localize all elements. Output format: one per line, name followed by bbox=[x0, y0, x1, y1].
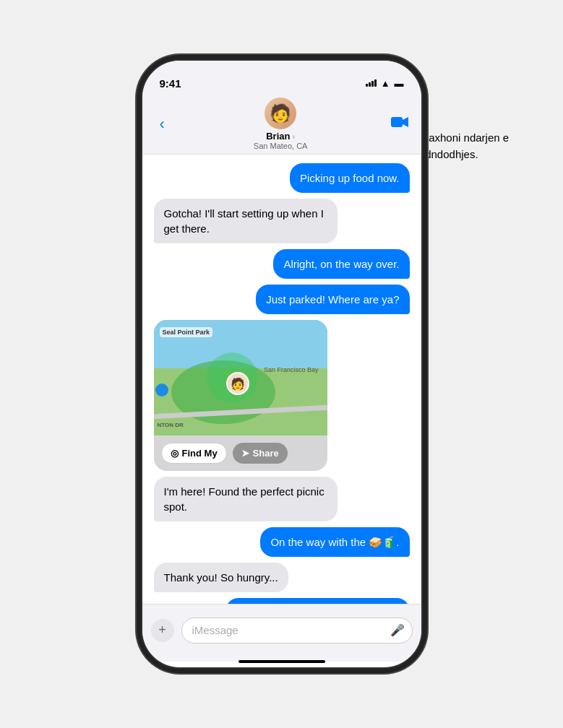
message-bubble: Thank you! So hungry... bbox=[154, 563, 288, 592]
add-button[interactable]: + bbox=[151, 619, 174, 642]
map-bubble[interactable]: 🧑 Seal Point Park San Francisco Bay NTON… bbox=[154, 320, 327, 471]
message-bubble: Alright, on the way over. bbox=[273, 249, 409, 279]
map-background: 🧑 Seal Point Park San Francisco Bay NTON… bbox=[154, 320, 327, 436]
svg-rect-0 bbox=[391, 117, 403, 127]
map-buttons: ◎ Find My ➤ Share bbox=[154, 436, 327, 471]
mic-icon[interactable]: 🎤 bbox=[390, 623, 405, 637]
share-button[interactable]: ➤ Share bbox=[233, 443, 288, 464]
message-row: On the way with the 🥪🧃. bbox=[154, 527, 410, 557]
message-bubble: On the way with the 🥪🧃. bbox=[260, 527, 409, 557]
back-button[interactable]: ‹ bbox=[154, 112, 171, 136]
park-label: Seal Point Park bbox=[160, 327, 213, 337]
nav-bar: ‹ 🧑 Brian › San Mateo, CA bbox=[142, 97, 421, 155]
message-input[interactable]: iMessage 🎤 bbox=[181, 618, 413, 644]
contact-name: Brian bbox=[266, 131, 290, 142]
share-label: Share bbox=[253, 448, 279, 459]
message-bubble: Picking up food now. bbox=[290, 163, 410, 193]
map-message-row: 🧑 Seal Point Park San Francisco Bay NTON… bbox=[154, 320, 410, 471]
contact-chevron-icon: › bbox=[292, 132, 295, 141]
phone-frame: 9:41 ▲ ▬ ‹ 🧑 Brian › bbox=[141, 59, 423, 669]
findmy-icon: ◎ bbox=[171, 448, 179, 459]
battery-icon: ▬ bbox=[395, 78, 404, 89]
message-row: Alright, on the way over. bbox=[154, 249, 410, 279]
map-image: 🧑 Seal Point Park San Francisco Bay NTON… bbox=[154, 320, 327, 436]
input-wrapper: iMessage 🎤 bbox=[181, 618, 413, 644]
road-label: NTON DR bbox=[158, 422, 184, 428]
share-icon: ➤ bbox=[241, 448, 249, 459]
bay-label: San Francisco Bay bbox=[264, 366, 319, 373]
signal-icon bbox=[366, 79, 377, 87]
wifi-icon: ▲ bbox=[381, 78, 390, 89]
status-icons: ▲ ▬ bbox=[366, 78, 404, 89]
message-row: Just parked! Where are ya? bbox=[154, 285, 410, 314]
status-time: 9:41 bbox=[160, 77, 181, 90]
message-row: Picking up food now. bbox=[154, 163, 410, 193]
findmy-button[interactable]: ◎ Find My bbox=[161, 443, 227, 464]
video-call-button[interactable] bbox=[391, 115, 410, 134]
contact-info[interactable]: 🧑 Brian › San Mateo, CA bbox=[171, 98, 391, 150]
message-row: I'm here! Found the perfect picnic spot. bbox=[154, 477, 410, 521]
message-bubble: I'm here! Found the perfect picnic spot. bbox=[154, 477, 338, 521]
contact-name-row: Brian › bbox=[266, 131, 295, 142]
message-row: Me too, haha. See you shortly! 😎 bbox=[154, 598, 410, 604]
avatar: 🧑 bbox=[265, 98, 296, 129]
message-bubble: Gotcha! I'll start setting up when I get… bbox=[154, 199, 338, 243]
input-bar: + iMessage 🎤 bbox=[142, 604, 421, 662]
findmy-label: Find My bbox=[182, 448, 218, 459]
contact-subtitle: San Mateo, CA bbox=[254, 142, 308, 150]
messages-area: Picking up food now. Gotcha! I'll start … bbox=[142, 155, 421, 604]
annotation-text: Menaxhoni ndarjen e vendndodhjes. bbox=[408, 130, 541, 162]
home-indicator bbox=[238, 660, 325, 663]
message-row: Gotcha! I'll start setting up when I get… bbox=[154, 199, 410, 243]
input-placeholder: iMessage bbox=[192, 624, 238, 636]
message-bubble: Me too, haha. See you shortly! 😎 bbox=[225, 598, 410, 604]
message-bubble: Just parked! Where are ya? bbox=[256, 285, 409, 314]
message-row: Thank you! So hungry... bbox=[154, 563, 410, 592]
status-bar: 9:41 ▲ ▬ bbox=[142, 61, 421, 97]
